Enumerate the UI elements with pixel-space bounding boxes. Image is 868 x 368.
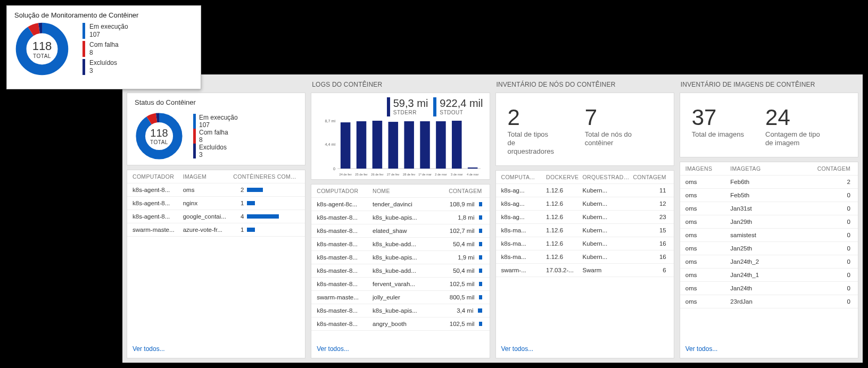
images-summary-tile[interactable]: 37 Total de imagens24 Contagem de tipode…: [680, 93, 858, 157]
table-row[interactable]: k8s-master-8... k8s_kube-apis... 1,9 mi: [311, 251, 489, 264]
view-all-link[interactable]: Ver todos...: [133, 345, 165, 353]
cell-count: 1: [233, 227, 244, 233]
table-row[interactable]: swarm-... 17.03.2-... Swarm 6: [496, 264, 674, 277]
table-row[interactable]: k8s-ma... 1.12.6 Kubern... 15: [496, 224, 674, 237]
col-logs: LOGS DO CONTÊINER 59,3 mi STDERR 922,4 m…: [311, 79, 490, 358]
cell-computer: k8s-ag...: [501, 187, 547, 194]
view-all-link[interactable]: Ver todos...: [685, 345, 718, 353]
donut-legend: Em execução 107 Com falha 8 Excluídos 3: [82, 23, 128, 75]
cell-imagetag: Jan24th_2: [730, 258, 797, 265]
svg-rect-26: [468, 168, 478, 169]
cell-count: 800,5 mil: [450, 294, 475, 300]
table-row[interactable]: k8s-agent-8... nginx 1: [127, 197, 305, 210]
status-summary-tile[interactable]: Status do Contêiner 118 TOTAL Em execuçã…: [127, 93, 305, 165]
cell-count: 0: [797, 232, 853, 238]
donut-total-label: TOTAL: [33, 53, 51, 59]
cell-imagetag: Jan25th: [730, 245, 797, 252]
table-row[interactable]: k8s-agent-8c... tender_davinci 108,9 mil: [311, 198, 489, 211]
cell-count: 23: [632, 214, 668, 220]
cell-count: 0: [797, 219, 853, 225]
bar-indicator: [479, 282, 482, 286]
cell-name: fervent_varah...: [373, 281, 433, 287]
cell-count: 16: [632, 254, 668, 260]
cell-count: 0: [797, 245, 853, 252]
legend-color-bar: [82, 41, 85, 57]
cell-computer: k8s-master-8...: [317, 321, 373, 327]
legend-value: 107: [199, 121, 238, 129]
table-row[interactable]: k8s-agent-8... google_contai... 4: [127, 210, 305, 223]
cell-computer: k8s-ma...: [501, 227, 547, 233]
status-subtitle: Status do Contêiner: [135, 98, 297, 106]
legend-color-bar: [193, 129, 196, 144]
cell-dockerve: 1.12.6: [546, 187, 582, 194]
cell-image: oms: [685, 285, 731, 291]
table-row[interactable]: k8s-ma... 1.12.6 Kubern... 16: [496, 237, 674, 250]
cell-count: 0: [797, 298, 853, 305]
svg-text:27 de fev: 27 de fev: [387, 173, 400, 176]
table-row[interactable]: oms Jan25th 0: [680, 242, 858, 255]
nodes-summary-tile[interactable]: 2 Total de tiposde orquestradores7 Total…: [495, 93, 674, 166]
cell-count: 0: [797, 285, 853, 291]
table-row[interactable]: k8s-master-8... k8s_kube-add... 50,4 mil: [311, 264, 489, 278]
legend-label: Em execução: [199, 114, 238, 121]
svg-text:26 de fev: 26 de fev: [371, 173, 384, 176]
table-row[interactable]: oms Feb5th 0: [680, 189, 858, 202]
cell-computer: k8s-master-8...: [317, 267, 373, 274]
table-row[interactable]: k8s-ma... 1.12.6 Kubern... 16: [496, 250, 674, 264]
cell-computer: k8s-master-8...: [317, 281, 373, 287]
table-row[interactable]: swarm-maste... jolly_euler 800,5 mil: [311, 291, 489, 304]
table-row[interactable]: k8s-master-8... k8s_kube-apis... 3,4 mi: [311, 304, 489, 317]
cell-computer: swarm-maste...: [317, 294, 373, 300]
table-row[interactable]: k8s-master-8... fervent_varah... 102,5 m…: [311, 278, 489, 291]
legend-value: 107: [89, 31, 128, 39]
col-header: IMAGEM: [183, 173, 234, 180]
cell-name: k8s_kube-apis...: [373, 307, 433, 314]
cell-computer: k8s-ag...: [501, 214, 547, 220]
view-all-link[interactable]: Ver todos...: [317, 345, 349, 353]
col-header: CONTAGEM: [632, 174, 668, 180]
table-row[interactable]: oms Jan29th 0: [680, 215, 858, 229]
bar-indicator: [247, 188, 263, 192]
cell-count: 6: [632, 267, 668, 273]
kpi-color-bar: [433, 97, 436, 116]
table-row[interactable]: oms Jan24th 0: [680, 282, 858, 295]
table-row[interactable]: oms Jan24th_2 0: [680, 255, 858, 269]
logs-summary-tile[interactable]: 59,3 mi STDERR 922,4 mil STDOUT 8,7 mi4,…: [311, 93, 490, 180]
bar-indicator: [479, 295, 482, 299]
table-row[interactable]: k8s-ag... 1.12.6 Kubern... 11: [496, 184, 674, 197]
table-row[interactable]: k8s-master-8... k8s_kube-apis... 1,8 mi: [311, 211, 489, 224]
cell-computer: k8s-master-8...: [317, 241, 373, 247]
view-all-link[interactable]: Ver todos...: [501, 345, 534, 353]
logs-kpi: 59,3 mi STDERR 922,4 mil STDOUT: [318, 97, 483, 116]
table-row[interactable]: k8s-master-8... elated_shaw 102,7 mil: [311, 224, 489, 238]
legend-color-bar: [82, 23, 85, 39]
table-row[interactable]: k8s-master-8... k8s_kube-add... 50,4 mil: [311, 238, 489, 251]
cell-count: 0: [797, 272, 853, 278]
col-title-logs: LOGS DO CONTÊINER: [311, 79, 490, 88]
table-row[interactable]: oms Feb6th 2: [680, 175, 858, 189]
svg-rect-18: [404, 121, 415, 169]
legend-value: 3: [89, 67, 117, 75]
table-row[interactable]: oms samistest 0: [680, 229, 858, 242]
table-row[interactable]: k8s-ag... 1.12.6 Kubern... 12: [496, 197, 674, 211]
col-title-images: INVENTÁRIO DE IMAGENS DE CONTÊINER: [680, 79, 858, 88]
table-row[interactable]: oms Jan24th_1 0: [680, 269, 858, 282]
donut-total-value: 118: [32, 39, 52, 53]
table-row[interactable]: k8s-master-8... angry_booth 102,5 mil: [311, 317, 489, 331]
images-table-head: IMAGENS IMAGETAG CONTAGEM: [680, 162, 858, 175]
nodes-table-head: COMPUTA... DOCKERVE ORQUESTRADOR CONTAGE…: [496, 171, 674, 184]
table-row[interactable]: swarm-maste... azure-vote-fr... 1: [127, 223, 305, 237]
cell-imagetag: samistest: [730, 232, 797, 238]
table-row[interactable]: k8s-agent-8... oms 2: [127, 183, 305, 197]
table-row[interactable]: oms Jan31st 0: [680, 202, 858, 215]
metric-label: Contagem de tipode imagem: [765, 130, 820, 147]
status-table-head: COMPUTADOR IMAGEM CONTÊINERES COM FALHA: [127, 170, 305, 183]
dashboard: Status do Contêiner 118 TOTAL Em execuçã…: [122, 74, 863, 363]
cell-dockerve: 1.12.6: [546, 214, 582, 220]
cell-computer: k8s-ma...: [501, 240, 547, 247]
table-row[interactable]: oms 23rdJan 0: [680, 295, 858, 308]
cell-name: k8s_kube-add...: [373, 241, 433, 247]
cell-image: oms: [685, 232, 731, 238]
table-row[interactable]: k8s-ag... 1.12.6 Kubern... 23: [496, 211, 674, 224]
col-header: CONTAGEM: [433, 188, 484, 194]
